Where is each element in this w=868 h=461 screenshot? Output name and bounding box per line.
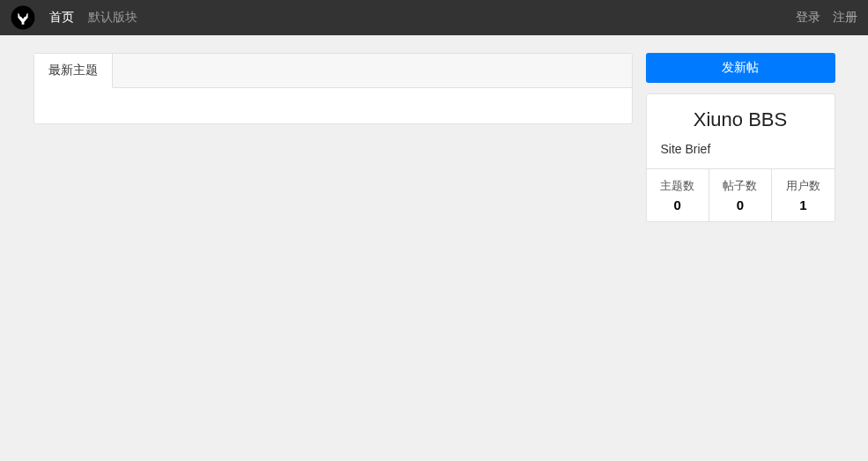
new-post-button[interactable]: 发新帖 — [646, 53, 835, 83]
stat-threads-label: 主题数 — [650, 178, 705, 194]
navbar: 首页 默认版块 登录 注册 — [0, 0, 868, 35]
thread-list-card: 最新主题 — [33, 53, 633, 124]
site-brief: Site Brief — [661, 142, 820, 156]
stat-posts-value: 0 — [713, 197, 768, 212]
thread-list-body — [34, 88, 632, 123]
svg-point-1 — [19, 15, 21, 17]
site-stats: 主题数 0 帖子数 0 用户数 1 — [647, 168, 835, 221]
container: 最新主题 发新帖 Xiuno BBS Site Brief 主题数 0 帖子数 … — [20, 35, 849, 222]
navbar-right: 登录 注册 — [796, 10, 857, 26]
site-header: Xiuno BBS Site Brief — [647, 94, 835, 168]
stat-users-label: 用户数 — [775, 178, 830, 194]
stat-threads-value: 0 — [650, 197, 705, 212]
logo-icon[interactable] — [11, 5, 35, 30]
main-column: 最新主题 — [33, 53, 633, 222]
stat-threads: 主题数 0 — [647, 169, 709, 221]
stat-users-value: 1 — [775, 197, 830, 212]
site-info-card: Xiuno BBS Site Brief 主题数 0 帖子数 0 用户数 1 — [646, 93, 835, 222]
stat-posts: 帖子数 0 — [709, 169, 772, 221]
nav-register[interactable]: 注册 — [833, 10, 857, 26]
tabs: 最新主题 — [34, 54, 632, 88]
stat-posts-label: 帖子数 — [713, 178, 768, 194]
tab-latest[interactable]: 最新主题 — [34, 54, 113, 88]
nav-home[interactable]: 首页 — [49, 10, 74, 26]
site-title: Xiuno BBS — [661, 108, 820, 131]
nav-login[interactable]: 登录 — [796, 10, 820, 26]
navbar-left: 首页 默认版块 — [11, 5, 137, 30]
stat-users: 用户数 1 — [772, 169, 834, 221]
svg-point-2 — [25, 15, 26, 17]
sidebar: 发新帖 Xiuno BBS Site Brief 主题数 0 帖子数 0 用户数… — [646, 53, 835, 222]
svg-point-0 — [11, 6, 35, 30]
nav-default-board[interactable]: 默认版块 — [88, 10, 137, 26]
